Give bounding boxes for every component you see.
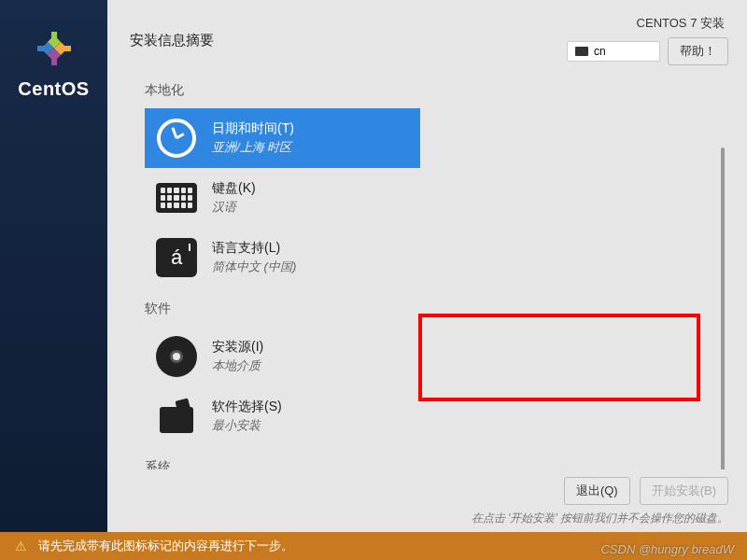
spoke-title: 安装源(I)	[212, 339, 263, 356]
brand-text: CentOS	[18, 78, 89, 100]
annotation-highlight	[418, 314, 700, 401]
spoke-keyboard[interactable]: 键盘(K) 汉语	[145, 168, 420, 228]
begin-install-button[interactable]: 开始安装(B)	[640, 477, 728, 505]
spoke-software-selection[interactable]: 软件选择(S) 最小安装	[145, 386, 420, 446]
clock-icon	[157, 119, 196, 158]
footer: 退出(Q) 开始安装(B) 在点击 '开始安装' 按钮前我们并不会操作您的磁盘。	[107, 469, 747, 532]
keyboard-layout-selector[interactable]: cn	[567, 41, 660, 62]
keyboard-mini-icon	[575, 47, 588, 56]
spoke-status: 亚洲/上海 时区	[212, 139, 294, 156]
section-software: 软件 安装源(I) 本地介质 软件选择(S) 最小安装	[145, 301, 728, 446]
section-title: 系统	[145, 459, 691, 469]
topbar: 安装信息摘要 CENTOS 7 安装 cn 帮助！	[107, 0, 747, 73]
centos-logo-icon	[32, 26, 77, 71]
section-system: 系统 安装位置(D) KDUMP	[145, 459, 728, 469]
warning-text: 请先完成带有此图标标记的内容再进行下一步。	[38, 538, 293, 554]
scrollbar[interactable]	[721, 147, 725, 469]
package-icon	[160, 399, 193, 433]
language-icon: á	[156, 238, 197, 277]
spoke-title: 日期和时间(T)	[212, 120, 294, 137]
keyboard-icon	[156, 183, 197, 213]
content-area: 本地化 日期和时间(T) 亚洲/上海 时区 键盘(K) 汉语	[107, 73, 747, 469]
section-localization: 本地化 日期和时间(T) 亚洲/上海 时区 键盘(K) 汉语	[145, 82, 728, 287]
spoke-datetime[interactable]: 日期和时间(T) 亚洲/上海 时区	[145, 108, 420, 168]
spoke-title: 键盘(K)	[212, 180, 256, 197]
spoke-status: 最小安装	[212, 417, 282, 434]
logo: CentOS	[18, 26, 89, 100]
quit-button[interactable]: 退出(Q)	[564, 477, 630, 505]
spoke-status: 本地介质	[212, 357, 263, 374]
installer-subtitle: CENTOS 7 安装	[637, 15, 728, 32]
spoke-language[interactable]: á 语言支持(L) 简体中文 (中国)	[145, 228, 420, 287]
spoke-title: 语言支持(L)	[212, 240, 296, 257]
keyboard-layout-label: cn	[594, 45, 606, 58]
section-title: 软件	[145, 301, 691, 317]
disc-icon	[156, 336, 197, 377]
section-title: 本地化	[145, 82, 691, 99]
footer-hint: 在点击 '开始安装' 按钮前我们并不会操作您的磁盘。	[472, 511, 728, 526]
help-button[interactable]: 帮助！	[668, 37, 728, 65]
page-title: 安装信息摘要	[130, 32, 214, 49]
main-panel: 安装信息摘要 CENTOS 7 安装 cn 帮助！ 本地化	[107, 0, 747, 532]
watermark: CSDN @hungry breadW	[600, 542, 734, 556]
spoke-install-source[interactable]: 安装源(I) 本地介质	[145, 327, 420, 386]
warning-icon: ⚠	[15, 539, 27, 553]
sidebar: CentOS	[0, 0, 107, 532]
spoke-status: 汉语	[212, 199, 256, 216]
spoke-title: 软件选择(S)	[212, 399, 282, 415]
spoke-status: 简体中文 (中国)	[212, 259, 296, 275]
